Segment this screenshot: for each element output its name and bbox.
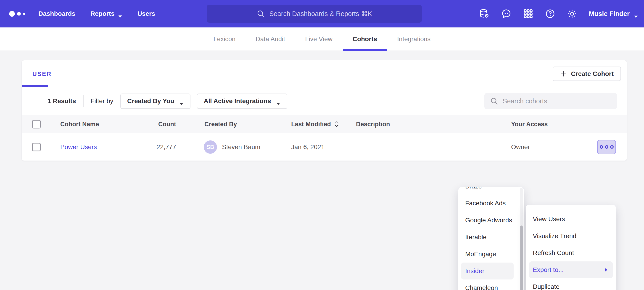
cohorts-page: USER Create Cohort 1 Results Filter by C… (0, 51, 644, 290)
cohort-type-tabs: USER Create Cohort (22, 60, 627, 87)
global-search-bar[interactable]: Search Dashboards & Reports ⌘K (207, 5, 422, 23)
menu-item-visualize-trend[interactable]: Visualize Trend (529, 228, 613, 244)
nav-item-users[interactable]: Users (138, 10, 155, 17)
last-modified-date: Jan 6, 2021 (291, 143, 324, 151)
tab-lexicon[interactable]: Lexicon (212, 28, 236, 51)
row-actions-button[interactable] (597, 140, 616, 154)
cohort-count: 22,777 (127, 143, 176, 151)
tab-live-view[interactable]: Live View (304, 28, 333, 51)
menu-item-label: Export to... (533, 266, 564, 273)
feedback-icon[interactable] (501, 9, 512, 19)
cohorts-card: USER Create Cohort 1 Results Filter by C… (22, 60, 627, 161)
access-level: Owner (511, 143, 530, 151)
chevron-down-icon (179, 100, 184, 102)
scrollbar-thumb[interactable] (520, 225, 523, 290)
tab-user-cohorts[interactable]: USER (32, 70, 52, 78)
created-by-filter-dropdown[interactable]: Created By You (120, 94, 190, 109)
export-target-iterable[interactable]: Iterable (461, 229, 514, 246)
submenu-arrow-icon (604, 268, 608, 272)
create-cohort-button[interactable]: Create Cohort (553, 67, 621, 81)
filter-toolbar: 1 Results Filter by Created By You All A… (22, 87, 627, 115)
avatar: SB (204, 140, 217, 154)
section-tab-bar: Lexicon Data Audit Live View Cohorts Int… (0, 28, 644, 51)
chevron-down-icon (276, 100, 280, 102)
export-to-submenu: Braze Facebook Ads Google Adwords Iterab… (458, 187, 524, 290)
created-by-filter-value: Created By You (127, 97, 174, 105)
cohort-name-link[interactable]: Power Users (60, 143, 97, 151)
project-switcher[interactable]: Music Finder (589, 10, 638, 18)
column-header-cohort-name[interactable]: Cohort Name (60, 120, 99, 128)
export-target-chameleon[interactable]: Chameleon (461, 279, 514, 290)
menu-item-export-to[interactable]: Export to... (529, 261, 613, 278)
tab-label: Cohorts (352, 36, 377, 43)
nav-item-dashboards[interactable]: Dashboards (38, 10, 75, 17)
column-header-count[interactable]: Count (127, 120, 176, 128)
chevron-down-icon (634, 12, 638, 15)
tab-data-audit[interactable]: Data Audit (255, 28, 286, 51)
table-row: Power Users 22,777 SB Steven Baum Jan 6,… (22, 133, 627, 161)
project-name: Music Finder (589, 10, 630, 18)
nav-item-label: Reports (90, 10, 115, 17)
create-cohort-label: Create Cohort (571, 70, 614, 78)
tab-label: Integrations (397, 36, 430, 43)
export-target-google-adwords[interactable]: Google Adwords (461, 212, 514, 229)
creator-name: Steven Baum (222, 143, 260, 151)
mixpanel-logo-icon[interactable] (9, 11, 25, 17)
nav-item-reports[interactable]: Reports (90, 10, 122, 17)
tab-label: Live View (305, 36, 332, 43)
filter-by-label: Filter by (91, 97, 114, 105)
data-settings-icon[interactable] (479, 9, 490, 19)
integrations-filter-value: All Active Integrations (204, 97, 271, 105)
chevron-down-icon (118, 12, 122, 15)
export-target-list: Braze Facebook Ads Google Adwords Iterab… (458, 187, 518, 290)
ellipsis-dot-icon (600, 145, 603, 149)
cohort-search-box (484, 93, 617, 109)
menu-item-duplicate[interactable]: Duplicate (529, 278, 613, 290)
column-header-created-by[interactable]: Created By (204, 120, 237, 128)
integrations-filter-dropdown[interactable]: All Active Integrations (197, 94, 287, 109)
search-icon (490, 97, 498, 105)
cohort-search-input[interactable] (503, 97, 612, 105)
menu-item-view-users[interactable]: View Users (529, 211, 613, 228)
tab-integrations[interactable]: Integrations (396, 28, 432, 51)
tab-cohorts[interactable]: Cohorts (352, 28, 378, 51)
row-checkbox[interactable] (32, 143, 41, 151)
top-nav-bar: Dashboards Reports Users Search Dashboar… (0, 0, 644, 28)
row-context-menu: View Users Visualize Trend Refresh Count… (526, 205, 616, 290)
divider (83, 95, 84, 107)
table-header-row: Cohort Name Count Created By Last Modifi… (22, 115, 627, 133)
export-target-braze[interactable]: Braze (461, 187, 514, 195)
column-header-description[interactable]: Description (356, 120, 390, 128)
search-icon (256, 9, 265, 18)
column-header-last-modified[interactable]: Last Modified (291, 120, 339, 128)
active-tab-underline (22, 85, 48, 87)
ellipsis-dot-icon (605, 145, 608, 149)
global-search-placeholder: Search Dashboards & Reports ⌘K (269, 10, 372, 18)
menu-item-refresh-count[interactable]: Refresh Count (529, 244, 613, 261)
column-header-your-access[interactable]: Your Access (511, 120, 548, 128)
apps-grid-icon[interactable] (523, 9, 534, 19)
export-target-moengage[interactable]: MoEngage (461, 246, 514, 262)
nav-item-label: Users (138, 10, 155, 17)
sort-descending-icon (334, 121, 339, 127)
column-header-label: Last Modified (291, 120, 331, 128)
settings-gear-icon[interactable] (567, 9, 577, 19)
select-all-checkbox[interactable] (32, 120, 41, 128)
export-target-facebook-ads[interactable]: Facebook Ads (461, 195, 514, 212)
ellipsis-dot-icon (610, 145, 614, 149)
plus-icon (560, 70, 567, 77)
nav-item-label: Dashboards (38, 10, 75, 17)
help-icon[interactable] (545, 9, 556, 19)
export-target-insider[interactable]: Insider (461, 262, 514, 279)
tab-label: Data Audit (256, 36, 285, 43)
results-count: 1 Results (48, 97, 76, 105)
tab-label: Lexicon (214, 36, 236, 43)
